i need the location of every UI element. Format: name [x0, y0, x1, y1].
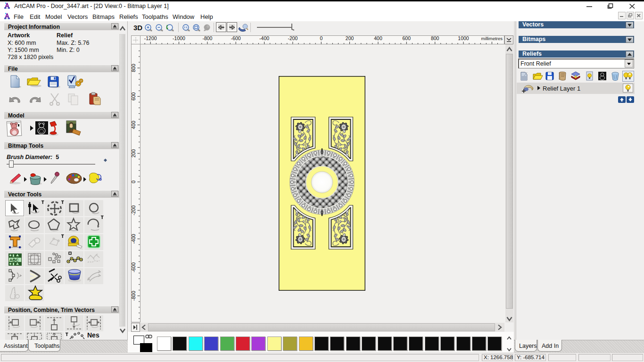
svg-text:-1200: -1200: [144, 35, 157, 41]
svg-text:-200: -200: [131, 205, 136, 215]
svg-text:-600: -600: [131, 262, 136, 272]
svg-text:200: 200: [346, 35, 354, 41]
svg-text:0: 0: [131, 180, 136, 183]
svg-text:millimetres: millimetres: [481, 36, 503, 41]
svg-text:-1000: -1000: [173, 35, 185, 41]
svg-text:-200: -200: [288, 35, 297, 41]
svg-text:600: 600: [403, 35, 411, 41]
svg-text:400: 400: [374, 35, 382, 41]
svg-text:-400: -400: [131, 234, 136, 244]
svg-text:0: 0: [320, 35, 322, 41]
svg-text:ABC: ABC: [9, 258, 19, 262]
svg-text:600: 600: [131, 92, 136, 101]
svg-text:-400: -400: [259, 35, 269, 41]
svg-text:800: 800: [131, 64, 136, 72]
svg-text:200: 200: [131, 149, 136, 158]
svg-text:-800: -800: [202, 35, 212, 41]
svg-text:400: 400: [131, 121, 136, 129]
svg-text:1000: 1000: [458, 35, 469, 41]
svg-text:-600: -600: [231, 35, 241, 41]
svg-text:800: 800: [431, 35, 439, 41]
svg-text:-800: -800: [131, 291, 136, 301]
